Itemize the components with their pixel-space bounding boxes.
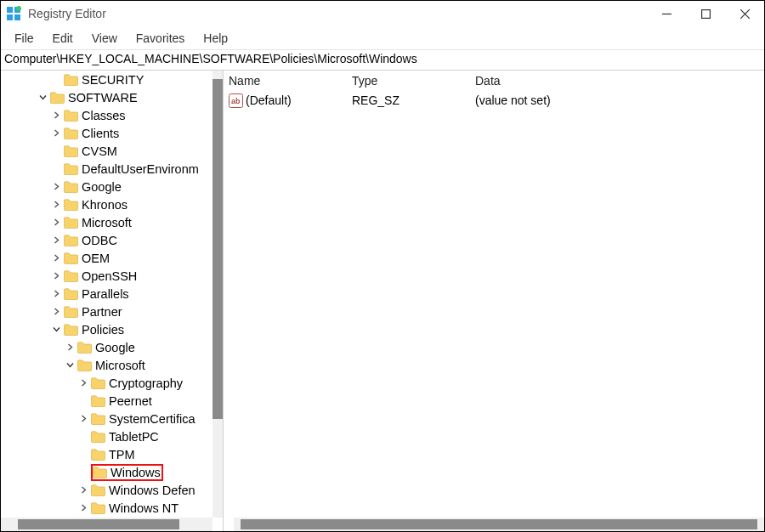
tree-item[interactable]: Microsoft [1,356,212,374]
tree-item[interactable]: Peernet [1,392,212,410]
scrollbar-thumb[interactable] [212,79,223,419]
tree-item-content[interactable]: Classes [64,107,128,123]
tree-item-content[interactable]: OEM [64,250,112,266]
tree-item-content[interactable]: ODBC [64,232,120,248]
tree-item[interactable]: SECURITY [1,71,212,88]
chevron-right-icon[interactable] [50,306,62,318]
tree-item-content[interactable]: Google [77,339,138,355]
tree-item-content[interactable]: Microsoft [77,357,148,373]
column-header-type[interactable]: Type [352,74,475,88]
tree-item[interactable]: Khronos [1,195,212,213]
tree-item[interactable]: TabletPC [1,427,212,445]
tree-item[interactable]: SystemCertifica [1,410,212,427]
tree-item-content[interactable]: SECURITY [64,71,146,88]
tree-item-content[interactable]: OpenSSH [64,268,139,284]
folder-icon [64,145,78,157]
tree-item[interactable]: Policies [1,320,212,338]
tree-item-content[interactable]: Cryptography [91,375,185,391]
menu-help[interactable]: Help [195,30,236,47]
tree-item-content[interactable]: Windows NT [91,500,181,516]
chevron-right-icon[interactable] [77,413,89,425]
chevron-right-icon[interactable] [50,110,62,122]
chevron-right-icon[interactable] [50,288,62,300]
chevron-right-icon[interactable] [77,484,89,496]
folder-icon [91,502,105,514]
scrollbar-thumb[interactable] [241,519,757,529]
tree-item-content[interactable]: Partner [64,303,125,320]
chevron-right-icon[interactable] [50,199,62,211]
tree-item-content[interactable]: Clients [64,125,122,141]
chevron-right-icon[interactable] [50,181,62,193]
tree-item[interactable]: CVSM [1,142,212,160]
tree-item-content[interactable]: Peernet [91,393,155,409]
tree-item[interactable]: Clients [1,124,212,142]
tree-item[interactable]: ODBC [1,231,212,249]
value-row[interactable]: ab(Default)REG_SZ(value not set) [224,91,764,110]
scrollbar-thumb[interactable] [18,519,179,529]
tree-item-content[interactable]: CVSM [64,143,120,159]
tree-item[interactable]: Windows Defen [1,481,212,499]
tree-item[interactable]: Partner [1,303,212,320]
tree-item-content[interactable]: Google [64,178,124,195]
tree-item-content[interactable]: SOFTWARE [50,89,140,105]
menu-edit[interactable]: Edit [44,30,82,47]
minimize-button[interactable] [647,1,686,26]
menu-file[interactable]: File [6,30,42,47]
chevron-right-icon[interactable] [50,270,62,282]
window-title: Registry Editor [28,7,106,20]
tree-item[interactable]: Windows NT [1,499,212,517]
tree-item-content[interactable]: Khronos [64,196,130,212]
chevron-right-icon[interactable] [50,235,62,246]
chevron-down-icon[interactable] [37,92,48,104]
tree-horizontal-scrollbar[interactable] [1,518,212,531]
tree-item-content[interactable]: Windows [91,464,163,481]
chevron-right-icon[interactable] [50,127,62,139]
maximize-button[interactable] [686,1,725,26]
tree-item[interactable]: Cryptography [1,374,212,392]
tree-item[interactable]: OEM [1,249,212,267]
folder-icon [64,181,78,193]
tree-item-label: Classes [82,109,126,122]
tree-item[interactable]: SOFTWARE [1,88,212,106]
tree-item[interactable]: DefaultUserEnvironm [1,160,212,178]
column-header-name[interactable]: Name [229,74,352,88]
menu-view[interactable]: View [83,30,126,47]
close-button[interactable] [725,1,764,26]
tree-item-content[interactable]: Policies [64,321,127,337]
tree-item-content[interactable]: DefaultUserEnvironm [64,161,201,177]
tree-item[interactable]: Google [1,178,212,195]
values-header: Name Type Data [224,71,764,91]
tree-vertical-scrollbar[interactable] [212,71,223,518]
tree-item-label: SOFTWARE [68,91,138,105]
value-data: (value not set) [475,93,764,107]
chevron-right-icon[interactable] [77,377,89,389]
tree-item[interactable]: OpenSSH [1,267,212,285]
tree-item-label: Microsoft [82,216,132,229]
tree-item[interactable]: Windows [1,463,212,481]
tree-item-content[interactable]: TPM [91,446,138,462]
tree-item-content[interactable]: TabletPC [91,428,162,444]
tree-item-content[interactable]: Windows Defen [91,482,198,498]
chevron-right-icon[interactable] [77,502,89,514]
tree-item[interactable]: Microsoft [1,213,212,231]
chevron-right-icon[interactable] [64,342,76,354]
menu-favorites[interactable]: Favorites [128,30,194,47]
column-header-data[interactable]: Data [475,74,764,88]
chevron-right-icon[interactable] [50,252,62,264]
values-horizontal-scrollbar[interactable] [234,518,764,531]
menubar: File Edit View Favorites Help [1,26,764,50]
tree-item-content[interactable]: Parallels [64,286,132,302]
tree-item-content[interactable]: Microsoft [64,214,134,230]
tree-item-label: Windows [110,466,161,479]
chevron-right-icon[interactable] [50,217,62,229]
tree-item[interactable]: Classes [1,106,212,124]
folder-icon [64,270,78,282]
address-bar[interactable]: Computer\HKEY_LOCAL_MACHINE\SOFTWARE\Pol… [1,50,764,71]
tree-item[interactable]: TPM [1,445,212,463]
chevron-down-icon[interactable] [50,324,62,336]
reg-sz-icon: ab [229,93,243,108]
tree-item[interactable]: Parallels [1,285,212,303]
chevron-down-icon[interactable] [64,359,76,371]
tree-item[interactable]: Google [1,338,212,356]
tree-item-content[interactable]: SystemCertifica [91,410,198,427]
